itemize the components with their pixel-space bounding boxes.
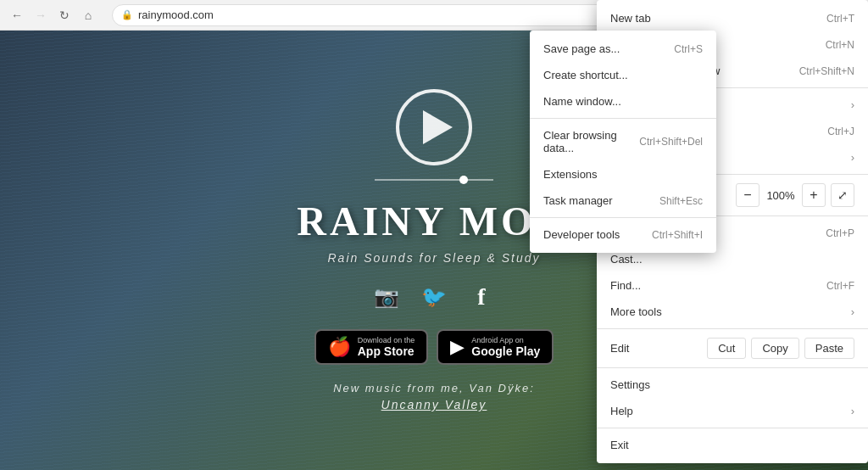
cut-button[interactable]: Cut	[707, 338, 746, 359]
menu-sep-6	[597, 428, 868, 428]
url-text: rainymood.com	[138, 8, 214, 21]
menu-item-help[interactable]: Help ›	[597, 398, 868, 424]
menu-item-find[interactable]: Find... Ctrl+F	[597, 272, 868, 299]
menu-item-settings-label: Settings	[610, 378, 854, 391]
facebook-icon[interactable]: f	[466, 282, 497, 312]
menu-item-find-label: Find...	[610, 279, 810, 292]
promo-link[interactable]: Uncanny Valley	[381, 398, 487, 411]
menu-item-more-tools[interactable]: More tools ›	[597, 299, 868, 325]
menu-edit-row: Edit Cut Copy Paste	[597, 333, 868, 364]
submenu-dev-tools-label: Developer tools	[543, 228, 635, 241]
google-play-text: Android App on Google Play	[471, 336, 540, 358]
google-play-big: Google Play	[471, 344, 540, 358]
app-store-small: Download on the	[358, 336, 415, 344]
lock-icon: 🔒	[121, 9, 133, 20]
menu-sep-4	[597, 328, 868, 329]
menu-item-new-tab-label: New tab	[610, 12, 810, 25]
back-button[interactable]: ←	[7, 5, 27, 25]
history-arrow-icon: ›	[851, 98, 854, 111]
menu-item-settings[interactable]: Settings	[597, 372, 868, 398]
bookmarks-arrow-icon: ›	[851, 151, 854, 164]
google-play-small: Android App on	[471, 336, 540, 344]
copy-button[interactable]: Copy	[751, 338, 798, 359]
submenu-panel: Save page as... Ctrl+S Create shortcut..…	[530, 31, 716, 253]
menu-item-find-shortcut: Ctrl+F	[826, 280, 854, 292]
submenu-clear-browsing-label: Clear browsing data...	[543, 129, 622, 154]
menu-item-more-tools-label: More tools	[610, 305, 844, 318]
app-buttons: 🍎 Download on the App Store ▶ Android Ap…	[314, 329, 554, 365]
menu-item-print-shortcut: Ctrl+P	[826, 227, 854, 239]
submenu-create-shortcut-label: Create shortcut...	[543, 69, 703, 81]
app-store-button[interactable]: 🍎 Download on the App Store	[314, 329, 429, 365]
twitter-icon[interactable]: 🐦	[419, 282, 449, 312]
menu-item-incognito-shortcut: Ctrl+Shift+N	[799, 65, 854, 77]
submenu-sep-2	[530, 217, 716, 218]
nav-buttons: ← → ↻ ⌂	[7, 5, 98, 25]
submenu-task-manager[interactable]: Task manager Shift+Esc	[530, 187, 716, 214]
submenu-name-window[interactable]: Name window...	[530, 88, 716, 115]
menu-item-exit[interactable]: Exit	[597, 432, 868, 458]
submenu-save-page-shortcut: Ctrl+S	[674, 43, 703, 55]
social-icons: 📷 🐦 f	[371, 282, 497, 312]
submenu-clear-browsing[interactable]: Clear browsing data... Ctrl+Shift+Del	[530, 122, 716, 161]
app-store-big: App Store	[358, 344, 415, 358]
submenu-save-page[interactable]: Save page as... Ctrl+S	[530, 36, 716, 62]
home-button[interactable]: ⌂	[78, 5, 98, 25]
submenu-name-window-label: Name window...	[543, 95, 703, 108]
menu-item-new-window-shortcut: Ctrl+N	[826, 39, 854, 51]
zoom-value: 100%	[760, 189, 802, 202]
zoom-in-button[interactable]: +	[802, 183, 826, 207]
help-arrow-icon: ›	[851, 405, 854, 417]
paste-button[interactable]: Paste	[804, 338, 854, 359]
submenu-developer-tools[interactable]: Developer tools Ctrl+Shift+I	[530, 221, 716, 248]
menu-item-cast-label: Cast...	[610, 253, 854, 266]
instagram-icon[interactable]: 📷	[371, 282, 402, 312]
submenu-extensions[interactable]: Extensions	[530, 161, 716, 187]
menu-item-new-tab-shortcut: Ctrl+T	[826, 13, 854, 25]
forward-button[interactable]: →	[31, 5, 51, 25]
submenu-extensions-label: Extensions	[543, 168, 703, 181]
progress-bar[interactable]	[375, 179, 493, 181]
more-tools-arrow-icon: ›	[851, 305, 854, 318]
android-icon: ▶	[450, 336, 465, 358]
submenu-task-manager-label: Task manager	[543, 194, 643, 207]
menu-sep-5	[597, 367, 868, 368]
zoom-fullscreen-button[interactable]: ⤢	[831, 183, 854, 207]
google-play-button[interactable]: ▶ Android App on Google Play	[437, 329, 554, 365]
promo-text: New music from me, Van Dÿke:	[333, 382, 535, 394]
menu-item-help-label: Help	[610, 405, 844, 417]
menu-item-new-tab[interactable]: New tab Ctrl+T	[597, 5, 868, 31]
play-button[interactable]	[396, 89, 472, 165]
edit-label: Edit	[610, 342, 702, 355]
submenu-clear-shortcut: Ctrl+Shift+Del	[639, 136, 703, 148]
app-store-text: Download on the App Store	[358, 336, 415, 358]
menu-item-exit-label: Exit	[610, 439, 854, 451]
submenu-create-shortcut[interactable]: Create shortcut...	[530, 62, 716, 88]
submenu-task-manager-shortcut: Shift+Esc	[659, 195, 703, 207]
refresh-button[interactable]: ↻	[54, 5, 75, 25]
zoom-out-button[interactable]: −	[736, 183, 760, 207]
submenu-dev-tools-shortcut: Ctrl+Shift+I	[652, 229, 703, 241]
menu-item-downloads-shortcut: Ctrl+J	[827, 126, 854, 137]
submenu-sep-1	[530, 118, 716, 119]
site-subtitle: Rain Sounds for Sleep & Study	[327, 251, 540, 265]
apple-icon: 🍎	[328, 336, 351, 358]
submenu-save-page-label: Save page as...	[543, 42, 657, 55]
